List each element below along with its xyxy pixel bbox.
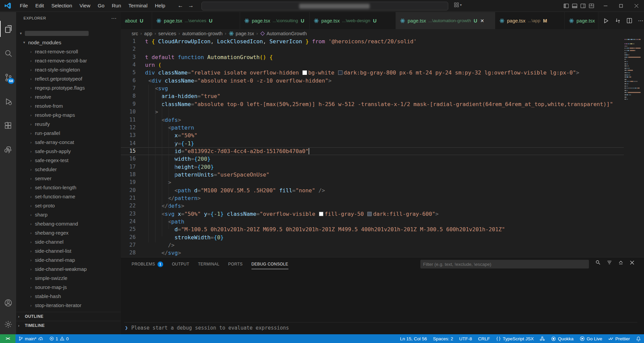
menu-view[interactable]: View — [76, 1, 94, 10]
command-center-search[interactable] — [201, 2, 448, 10]
tree-item-shebang-regex[interactable]: ›shebang-regex — [16, 228, 121, 237]
breadcrumb-item-automation-growth[interactable]: automation-growth — [182, 31, 223, 36]
tree-item-source-map-js[interactable]: ›source-map-js — [16, 283, 121, 292]
nav-forward-icon[interactable]: → — [188, 2, 194, 9]
menu-file[interactable]: File — [16, 1, 32, 10]
debug-filter-input[interactable] — [423, 262, 586, 267]
compare-changes-icon[interactable] — [615, 18, 621, 24]
tree-item-safe-array-concat[interactable]: ›safe-array-concat — [16, 138, 121, 147]
tab-automation-growth[interactable]: page.tsx...\automation-growthU✕ — [396, 12, 495, 29]
remote-indicator[interactable]: >< — [0, 334, 15, 343]
run-icon[interactable] — [603, 18, 609, 24]
close-button[interactable] — [629, 0, 644, 12]
tree-item-stable-hash[interactable]: ›stable-hash — [16, 292, 121, 301]
tree-item-safe-regex-test[interactable]: ›safe-regex-test — [16, 156, 121, 165]
status-webhook[interactable] — [537, 334, 548, 343]
minimize-button[interactable] — [598, 0, 613, 12]
status-bell[interactable] — [633, 334, 644, 343]
panel-close-icon[interactable] — [630, 260, 635, 265]
tree-item-simple-swizzle[interactable]: ›simple-swizzle — [16, 274, 121, 283]
breadcrumb-item-app[interactable]: app — [144, 31, 152, 36]
maximize-button[interactable] — [613, 0, 629, 12]
tab-app[interactable]: page.tsx...\appM — [495, 12, 565, 29]
breadcrumb-item-services[interactable]: services — [158, 31, 176, 36]
problems-item[interactable]: 1 0 — [46, 334, 72, 343]
status-spaces-2[interactable]: Spaces: 2 — [430, 334, 456, 343]
tree-item-side-channel[interactable]: ›side-channel — [16, 237, 121, 246]
tab-close-icon[interactable]: ✕ — [480, 18, 484, 23]
workspace-root-folder[interactable]: ▾ — [16, 29, 121, 38]
tree-item-run-parallel[interactable]: ›run-parallel — [16, 129, 121, 138]
panel-tab-ports[interactable]: PORTS — [228, 257, 243, 271]
panel-tab-output[interactable]: OUTPUT — [172, 257, 189, 271]
tab-page.tsx[interactable]: page.tsx — [565, 12, 598, 29]
code-editor[interactable]: 1234567891011121314151617181920212223242… — [121, 38, 624, 257]
split-editor-icon[interactable] — [627, 18, 632, 23]
folder-node-modules[interactable]: ▾ node_modules — [16, 38, 121, 47]
tab-web-design[interactable]: page.tsx...\web-designU — [310, 12, 396, 29]
tree-item-set-function-length[interactable]: ›set-function-length — [16, 183, 121, 192]
tree-item-react-remove-scroll[interactable]: ›react-remove-scroll — [16, 47, 121, 56]
minimap[interactable] — [624, 38, 642, 256]
git-branch-item[interactable]: main* — [15, 334, 46, 343]
tree-item-react-remove-scroll-bar[interactable]: ›react-remove-scroll-bar — [16, 56, 121, 65]
run-debug-icon[interactable] — [0, 93, 16, 109]
section-timeline[interactable]: ›TIMELINE — [16, 321, 121, 330]
tree-item-side-channel-list[interactable]: ›side-channel-list — [16, 246, 121, 255]
breadcrumb-item-src[interactable]: src — [132, 31, 138, 36]
tree-item-resolve[interactable]: ›resolve — [16, 92, 121, 101]
tree-item-set-proto[interactable]: ›set-proto — [16, 201, 121, 210]
panel-filter-lines-icon[interactable] — [607, 260, 612, 265]
tab-services[interactable]: page.tsx...\servicesU — [152, 12, 240, 29]
tree-item-regexp.prototype.flags[interactable]: ›regexp.prototype.flags — [16, 83, 121, 92]
panel-search-icon[interactable] — [595, 260, 601, 265]
account-icon[interactable] — [0, 295, 16, 311]
tree-item-resolve-from[interactable]: ›resolve-from — [16, 101, 121, 110]
tree-item-sharp[interactable]: ›sharp — [16, 210, 121, 219]
tree-item-resolve-pkg-maps[interactable]: ›resolve-pkg-maps — [16, 110, 121, 119]
debug-filter-box[interactable] — [420, 260, 589, 268]
explorer-icon[interactable] — [0, 21, 16, 37]
panel-tab-terminal[interactable]: TERMINAL — [198, 257, 220, 271]
status-go-live[interactable]: Go Live — [577, 334, 605, 343]
status-prettier[interactable]: Prettier — [605, 334, 633, 343]
section-outline[interactable]: ›OUTLINE — [16, 312, 121, 321]
status-typescript-jsx[interactable]: TypeScript JSX — [493, 334, 537, 343]
status-crlf[interactable]: CRLF — [475, 334, 493, 343]
toggle-sidebar-icon[interactable] — [563, 3, 569, 9]
nav-back-icon[interactable]: ← — [178, 2, 183, 9]
menu-run[interactable]: Run — [108, 1, 125, 10]
tree-item-reusify[interactable]: ›reusify — [16, 119, 121, 129]
tree-item-react-style-singleton[interactable]: ›react-style-singleton — [16, 65, 121, 74]
panel-maximize-icon[interactable] — [618, 260, 624, 265]
tree-item-reflect.getprototypeof[interactable]: ›reflect.getprototypeof — [16, 74, 121, 83]
python-icon[interactable] — [0, 142, 16, 158]
extensions-icon[interactable] — [0, 117, 16, 134]
toggle-secondary-sidebar-icon[interactable] — [580, 3, 586, 9]
status-quokka[interactable]: Quokka — [548, 334, 577, 343]
breadcrumb-symbol[interactable]: AutomationGrowth — [260, 31, 307, 36]
menu-terminal[interactable]: Terminal — [125, 1, 151, 10]
settings-gear-icon[interactable] — [0, 316, 16, 332]
tree-item-stop-iteration-iterator[interactable]: ›stop-iteration-iterator — [16, 301, 121, 310]
menu-go[interactable]: Go — [94, 1, 108, 10]
profile-grid-icon[interactable]: ▾ — [454, 2, 462, 7]
breadcrumb-item-file[interactable]: page.tsx — [229, 31, 254, 36]
menu-edit[interactable]: Edit — [32, 1, 48, 10]
search-icon[interactable] — [0, 45, 16, 61]
menu-selection[interactable]: Selection — [48, 1, 76, 10]
panel-tab-debug-console[interactable]: DEBUG CONSOLE — [251, 257, 288, 271]
status-ln-15-col-56[interactable]: Ln 15, Col 56 — [397, 334, 430, 343]
customize-layout-icon[interactable] — [589, 3, 594, 9]
tab-consulting[interactable]: page.tsx...\consultingU — [240, 12, 310, 29]
debug-console-input[interactable]: ❯ Please start a debug session to evalua… — [124, 322, 637, 332]
tree-item-side-channel-weakmap[interactable]: ›side-channel-weakmap — [16, 264, 121, 274]
tree-item-side-channel-map[interactable]: ›side-channel-map — [16, 255, 121, 264]
tab-about[interactable]: aboutU — [121, 12, 152, 29]
status-utf-8[interactable]: UTF-8 — [456, 334, 475, 343]
more-actions-icon[interactable]: ⋯ — [638, 17, 644, 24]
source-control-icon[interactable]: 68 — [0, 69, 16, 85]
panel-tab-problems[interactable]: PROBLEMS1 — [132, 257, 163, 271]
tree-item-set-function-name[interactable]: ›set-function-name — [16, 192, 121, 201]
tree-item-safe-push-apply[interactable]: ›safe-push-apply — [16, 147, 121, 156]
